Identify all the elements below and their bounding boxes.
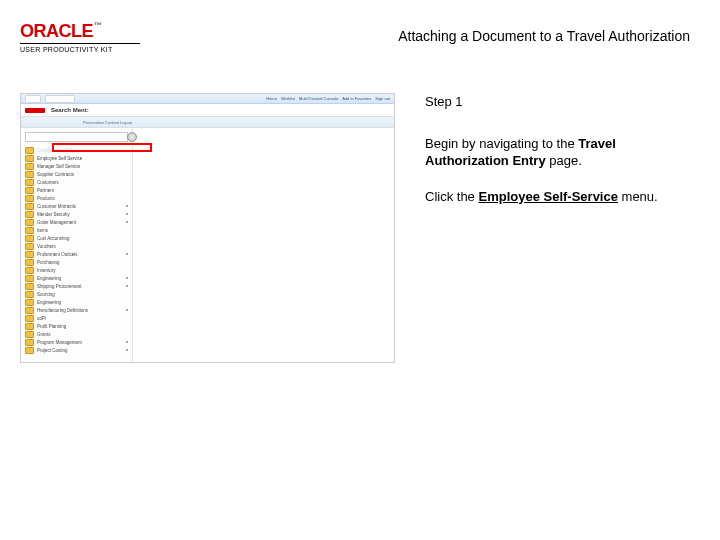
sidebar-item[interactable]: Configuration Ovly (21, 146, 132, 154)
expand-dot-icon (126, 205, 128, 207)
folder-icon (25, 299, 34, 306)
sidebar-item-label: Customer Mntractls (37, 204, 76, 209)
sidebar-item-label: Sourcing (37, 292, 55, 297)
sidebar-item-label: Shipping Procurement (37, 284, 82, 289)
instruction-line-1: Begin by navigating to the Travel Author… (425, 135, 695, 170)
search-input[interactable] (25, 132, 128, 142)
folder-icon (25, 243, 34, 250)
sidebar-item[interactable]: Purchasing (21, 258, 132, 266)
step-number: Step 1 (425, 93, 695, 111)
folder-icon (25, 211, 34, 218)
sidebar-item[interactable]: Prolanment Outicels (21, 250, 132, 258)
sidebar-item[interactable]: Hwnufacturing Definitions (21, 306, 132, 314)
employee-self-service-link[interactable]: Employee Self-Service (478, 189, 617, 204)
sidebar-item-label: Inventory (37, 268, 56, 273)
expand-dot-icon (126, 253, 128, 255)
main-menu-pill[interactable] (45, 95, 75, 103)
oracle-logo: ORACLE™ (20, 22, 140, 40)
folder-icon (25, 315, 34, 322)
sidebar-item-label: Manager Self Service (37, 164, 80, 169)
sidebar-item[interactable]: Engineering (21, 274, 132, 282)
favorites-link[interactable]: Add to Favorites (342, 96, 371, 101)
main-content-area (133, 128, 394, 363)
sidebar-item[interactable]: Inventory (21, 266, 132, 274)
folder-icon (25, 291, 34, 298)
sidebar-item[interactable]: odPt (21, 314, 132, 322)
folder-icon (25, 347, 34, 354)
search-go-icon[interactable] (127, 132, 137, 142)
sidebar-item-label: Engineering (37, 300, 61, 305)
sidebar-item-label: Vouchers (37, 244, 56, 249)
inst2-pre: Click the (425, 189, 478, 204)
folder-icon (25, 203, 34, 210)
instruction-line-2: Click the Employee Self-Service menu. (425, 188, 695, 206)
sidebar-item[interactable]: Grants (21, 330, 132, 338)
sidebar-item[interactable]: Program Management (21, 338, 132, 346)
sidebar-item-label: Mender Security (37, 212, 70, 217)
sidebar-item-label: odPt (37, 316, 46, 321)
expand-dot-icon (126, 349, 128, 351)
document-title: Attaching a Document to a Travel Authori… (398, 28, 690, 44)
folder-icon (25, 275, 34, 282)
sidebar-item[interactable]: Customers (21, 178, 132, 186)
sidebar-item-label: Purchasing (37, 260, 60, 265)
worklist-link[interactable]: Worklist (281, 96, 295, 101)
sidebar-item[interactable]: Engineering (21, 298, 132, 306)
instruction-panel: Step 1 Begin by navigating to the Travel… (425, 93, 695, 223)
sidebar-item[interactable]: Shipping Procurement (21, 282, 132, 290)
sidebar-item-label: Grder Management (37, 220, 76, 225)
mini-logo-icon (21, 108, 49, 113)
topbar-pill (25, 95, 41, 103)
folder-icon (25, 339, 34, 346)
expand-dot-icon (126, 309, 128, 311)
sidebar-item[interactable]: Partners (21, 186, 132, 194)
folder-icon (25, 259, 34, 266)
sidebar-item-label: Engineering (37, 276, 61, 281)
sidebar-item[interactable]: Vouchers (21, 242, 132, 250)
sidebar-item[interactable]: Supplier Contracts (21, 170, 132, 178)
sidebar-item[interactable]: Project Costing (21, 346, 132, 354)
multichannel-link[interactable]: MultiChannel Console (299, 96, 338, 101)
sidebar-item[interactable]: Sourcing (21, 290, 132, 298)
sidebar-item[interactable]: Profit Planning (21, 322, 132, 330)
folder-icon (25, 283, 34, 290)
sidebar-item-label: Supplier Contracts (37, 172, 74, 177)
folder-icon (25, 267, 34, 274)
sidebar-menu: Configuration OvlyEmployee Self ServiceM… (21, 128, 133, 363)
sidebar-item-label: Employee Self Service (37, 156, 82, 161)
folder-icon (25, 187, 34, 194)
folder-icon (25, 307, 34, 314)
folder-icon (25, 195, 34, 202)
sidebar-item-label: Items (37, 228, 48, 233)
sidebar-item[interactable]: Mender Security (21, 210, 132, 218)
sidebar-item[interactable]: Manager Self Service (21, 162, 132, 170)
folder-icon (25, 179, 34, 186)
inst2-post: menu. (618, 189, 658, 204)
personalize-label[interactable]: Personalize Content Layout (83, 120, 132, 125)
folder-icon (25, 163, 34, 170)
expand-dot-icon (126, 213, 128, 215)
inst1-post: page. (546, 153, 582, 168)
folder-icon (25, 331, 34, 338)
sidebar-item[interactable]: Items (21, 226, 132, 234)
sidebar-item-label: Profit Planning (37, 324, 66, 329)
content-subbar: Personalize Content Layout (21, 117, 394, 128)
sidebar-item[interactable]: Grder Management (21, 218, 132, 226)
sidebar-item-label: Partners (37, 188, 54, 193)
home-link[interactable]: Home (266, 96, 277, 101)
app-screenshot: Home Worklist MultiChannel Console Add t… (20, 93, 395, 363)
sidebar-item-label: Customers (37, 180, 59, 185)
trademark-icon: ™ (94, 21, 102, 30)
top-links: Home Worklist MultiChannel Console Add t… (266, 96, 390, 101)
sidebar-item[interactable]: Products (21, 194, 132, 202)
sidebar-item[interactable]: Customer Mntractls (21, 202, 132, 210)
signout-link[interactable]: Sign out (375, 96, 390, 101)
sidebar-item-label: Hwnufacturing Definitions (37, 308, 88, 313)
sidebar-item-label: Project Costing (37, 348, 68, 353)
sidebar-item[interactable]: Employee Self Service (21, 154, 132, 162)
inst1-pre: Begin by navigating to the (425, 136, 578, 151)
app-topbar: Home Worklist MultiChannel Console Add t… (21, 94, 394, 104)
sidebar-item[interactable]: Cost Acconnting (21, 234, 132, 242)
folder-icon (25, 147, 34, 154)
sidebar-item-label: Grants (37, 332, 51, 337)
